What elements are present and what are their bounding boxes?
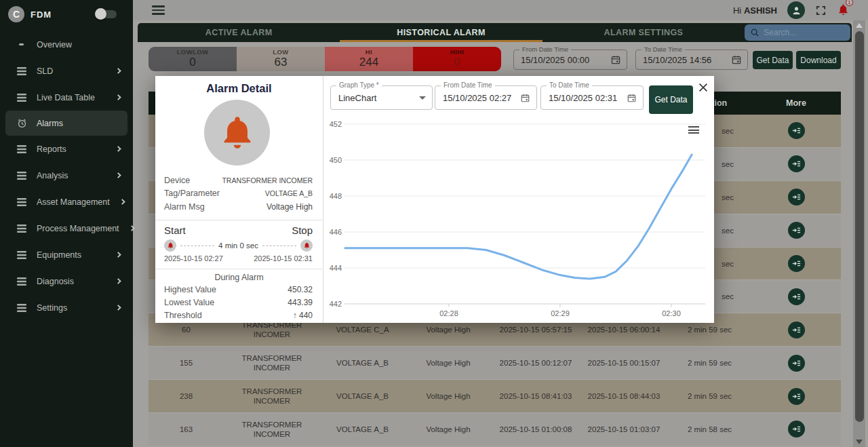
cell-more xyxy=(751,122,841,139)
modal-from-datetime-field[interactable]: From Date Time 15/10/2025 02:27 xyxy=(435,85,537,110)
more-button[interactable] xyxy=(788,155,805,172)
sidebar-item-settings[interactable]: Settings xyxy=(0,294,133,321)
sidebar-item-diagnosis[interactable]: Diagnosis xyxy=(0,268,133,294)
more-button[interactable] xyxy=(788,288,805,305)
sidebar-item-analysis[interactable]: Analysis xyxy=(0,162,133,189)
chart-line-series xyxy=(345,155,692,279)
dot-icon xyxy=(16,39,27,50)
to-datetime-field[interactable]: To Date Time 15/10/2025 14:56 xyxy=(635,50,748,70)
tab-historical-alarm[interactable]: HISTORICAL ALARM xyxy=(340,23,542,42)
scroll-up-arrow[interactable] xyxy=(856,23,863,28)
close-icon[interactable] xyxy=(697,81,709,94)
sidebar-item-sld[interactable]: SLD xyxy=(0,58,133,84)
topbar: Hi ASHISH 1 xyxy=(133,0,868,20)
cell-alarm-msg: Voltage High xyxy=(405,425,492,433)
alarm-count-hi[interactable]: HI244 xyxy=(325,47,413,71)
sidebar-item-process-management[interactable]: Process Management xyxy=(0,215,133,241)
more-button[interactable] xyxy=(788,322,805,338)
during-row: Threshold↑ 440 xyxy=(164,311,313,324)
detail-row: Tag/ParameterVOLTAGE A_B xyxy=(164,189,313,201)
get-data-button[interactable]: Get Data xyxy=(753,51,793,69)
sidebar-item-alarms[interactable]: Alarms xyxy=(5,111,127,136)
fullscreen-icon[interactable] xyxy=(815,5,827,16)
detail-label: Tag/Parameter xyxy=(164,189,220,198)
cell-id: 238 xyxy=(149,392,224,400)
search-icon xyxy=(750,28,760,37)
sidebar-item-equipments[interactable]: Equipments xyxy=(0,241,133,268)
svg-text:442: 442 xyxy=(330,300,342,308)
download-button[interactable]: Download xyxy=(796,51,841,69)
table-row[interactable]: 155TRANSFORMER INCOMERVOLTAGE A_BVoltage… xyxy=(149,347,841,380)
notification-badge: 1 xyxy=(846,0,853,6)
sidebar-item-reports[interactable]: Reports xyxy=(0,136,133,162)
sidebar-item-live-data-table[interactable]: Live Data Table xyxy=(0,84,133,111)
more-button[interactable] xyxy=(788,222,805,239)
notification-bell-icon[interactable]: 1 xyxy=(837,3,850,18)
cell-start: 2025-10-15 08:41:03 xyxy=(492,392,580,400)
more-button[interactable] xyxy=(788,421,805,438)
during-label: Lowest Value xyxy=(164,298,214,307)
during-value: ↑ 440 xyxy=(293,311,313,320)
brand: C FDM xyxy=(0,0,133,23)
alarm-chart-panel: Graph Type * LineChart From Date Time 15… xyxy=(324,76,714,323)
sidebar: C FDM OverviewSLDLive Data TableAlarmsRe… xyxy=(0,0,133,447)
sidebar-item-asset-management[interactable]: Asset Management xyxy=(0,189,133,215)
app-window: C FDM OverviewSLDLive Data TableAlarmsRe… xyxy=(0,0,868,447)
chevron-right-icon xyxy=(129,225,136,233)
sidebar-item-label: Overview xyxy=(37,40,123,50)
during-alarm-stats: Highest Value450.32Lowest Value443.39Thr… xyxy=(164,285,313,323)
stop-time: 2025-10-15 02:31 xyxy=(254,254,313,263)
modal-to-datetime-field[interactable]: To Date Time 15/10/2025 02:31 xyxy=(540,85,644,110)
vertical-scrollbar[interactable] xyxy=(853,20,865,447)
scroll-down-arrow[interactable] xyxy=(856,440,863,444)
tab-active-alarm[interactable]: ACTIVE ALARM xyxy=(138,23,340,42)
cell-stop: 2025-10-15 08:44:03 xyxy=(580,392,668,400)
cell-start: 2025-10-15 01:00:08 xyxy=(492,425,580,433)
graph-type-select[interactable]: Graph Type * LineChart xyxy=(330,85,433,110)
cell-more xyxy=(751,288,841,305)
detail-label: Device xyxy=(164,176,190,185)
count-value: 0 xyxy=(454,56,460,69)
user-greeting: Hi ASHISH xyxy=(733,5,777,16)
table-row[interactable]: 238TRANSFORMER INCOMERVOLTAGE A_BVoltage… xyxy=(149,380,841,413)
start-bell-icon xyxy=(164,239,176,252)
detail-row: Alarm MsgVoltage High xyxy=(164,202,313,215)
calendar-icon[interactable] xyxy=(627,93,637,103)
more-button[interactable] xyxy=(788,255,805,272)
tab-alarm-settings[interactable]: ALARM SETTINGS xyxy=(542,23,745,42)
search-input[interactable] xyxy=(764,28,838,37)
cell-duration: 2 min 59 sec xyxy=(668,359,751,367)
more-button[interactable] xyxy=(788,189,805,206)
cell-stop: 2025-10-15 06:00:14 xyxy=(580,326,668,334)
chart-menu-icon[interactable] xyxy=(688,125,699,136)
modal-get-data-button[interactable]: Get Data xyxy=(649,85,693,114)
svg-text:448: 448 xyxy=(330,192,342,200)
cell-id: 163 xyxy=(149,425,224,433)
cell-device: TRANSFORMER INCOMER xyxy=(224,420,320,440)
theme-toggle[interactable] xyxy=(96,10,117,18)
menu-icon[interactable] xyxy=(152,3,165,17)
avatar[interactable] xyxy=(787,1,805,19)
more-button[interactable] xyxy=(788,122,805,139)
alarm-count-low[interactable]: LOW63 xyxy=(237,47,325,71)
alarm-duration: 4 min 0 sec xyxy=(218,241,258,250)
scrollbar-thumb[interactable] xyxy=(855,31,864,422)
more-button[interactable] xyxy=(788,388,805,405)
table-row[interactable]: 163TRANSFORMER INCOMERVOLTAGE A_BVoltage… xyxy=(149,413,841,446)
from-datetime-field[interactable]: From Date Time 15/10/2025 00:00 xyxy=(513,50,627,70)
calendar-icon[interactable] xyxy=(520,93,530,103)
during-row: Lowest Value443.39 xyxy=(164,298,313,311)
calendar-icon[interactable] xyxy=(731,54,742,65)
chevron-right-icon xyxy=(115,145,123,153)
cell-id: 60 xyxy=(149,326,224,334)
calendar-icon[interactable] xyxy=(610,54,621,65)
cell-duration: 2 min 59 sec xyxy=(668,392,751,400)
alarm-count-lowlow[interactable]: LOWLOW0 xyxy=(149,47,237,71)
count-value: 63 xyxy=(275,56,288,69)
sidebar-item-overview[interactable]: Overview xyxy=(0,31,133,58)
alarm-detail-fields: DeviceTRANSFORMER INCOMERTag/ParameterVO… xyxy=(164,176,313,215)
alarm-count-hihi[interactable]: HIHI0 xyxy=(413,47,501,71)
more-button[interactable] xyxy=(788,355,805,372)
cell-start: 2025-10-15 05:57:15 xyxy=(492,326,580,334)
sidebar-item-label: Diagnosis xyxy=(37,277,106,286)
